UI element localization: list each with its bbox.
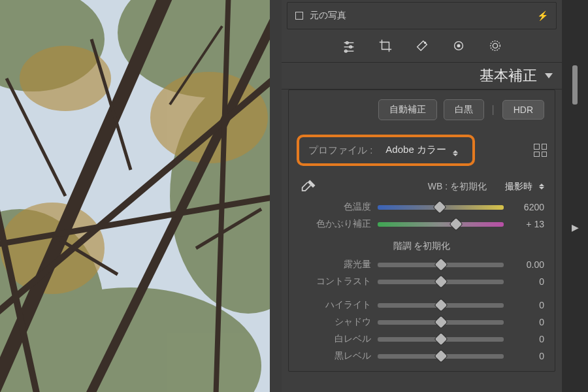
white-slider[interactable] xyxy=(378,333,504,345)
square-icon xyxy=(295,12,303,20)
black-slider[interactable] xyxy=(378,350,504,362)
adjust-icon[interactable] xyxy=(342,39,356,53)
profile-browser-icon[interactable] xyxy=(534,144,547,157)
svg-point-17 xyxy=(457,44,460,47)
tool-strip xyxy=(282,29,562,62)
temp-slider[interactable] xyxy=(378,201,504,213)
auto-button[interactable]: 自動補正 xyxy=(378,99,437,120)
develop-panel: 元の写真 ⚡ 基本補正 自動補正 白黒 | HDR プロファイル xyxy=(282,0,562,392)
original-photo-label: 元の写真 xyxy=(310,10,346,22)
contrast-slider[interactable] xyxy=(378,276,504,287)
bolt-icon: ⚡ xyxy=(537,10,548,21)
wb-preset-dropdown[interactable]: 撮影時 xyxy=(505,181,544,193)
expand-arrow-icon[interactable]: ▶ xyxy=(572,222,579,233)
radial-icon[interactable] xyxy=(488,39,502,53)
panel-divider[interactable] xyxy=(270,0,282,392)
tint-slider[interactable] xyxy=(378,218,504,230)
panel-scrollbar[interactable] xyxy=(572,65,578,105)
basic-panel-title: 基本補正 xyxy=(480,66,537,86)
profile-label: プロファイル : xyxy=(308,144,372,157)
tone-header[interactable]: 階調 を初期化 xyxy=(289,233,555,256)
svg-point-15 xyxy=(424,42,425,43)
slider-temp: 色温度 6200 xyxy=(289,199,555,216)
highlight-slider[interactable] xyxy=(378,299,504,311)
profile-dropdown[interactable]: Adobe カラー xyxy=(385,144,458,157)
slider-contrast: コントラスト 0 xyxy=(289,273,555,290)
slider-highlight: ハイライト 0 xyxy=(289,297,555,314)
original-photo-row[interactable]: 元の写真 ⚡ xyxy=(287,2,557,29)
updown-icon xyxy=(453,150,458,157)
collapse-icon xyxy=(545,73,553,78)
slider-black: 黒レベル 0 xyxy=(289,348,555,365)
profile-highlight: プロファイル : Adobe カラー xyxy=(297,135,475,166)
slider-exposure: 露光量 0.00 xyxy=(289,256,555,273)
temp-value[interactable]: 6200 xyxy=(510,202,544,212)
svg-point-18 xyxy=(490,41,500,51)
crop-icon[interactable] xyxy=(378,39,393,53)
preview-image[interactable] xyxy=(0,0,270,392)
tint-label: 色かぶり補正 xyxy=(299,218,371,230)
right-edge: ▶ xyxy=(562,0,588,392)
svg-point-19 xyxy=(493,43,497,48)
bw-button[interactable]: 白黒 xyxy=(444,99,484,120)
button-separator: | xyxy=(492,104,495,116)
mask-icon[interactable] xyxy=(451,39,466,53)
shadow-slider[interactable] xyxy=(378,316,504,328)
eyedropper-icon[interactable] xyxy=(299,178,318,196)
slider-tint: 色かぶり補正 + 13 xyxy=(289,216,555,233)
wb-label[interactable]: WB : を初期化 xyxy=(428,181,487,193)
temp-label: 色温度 xyxy=(299,201,371,213)
slider-shadow: シャドウ 0 xyxy=(289,314,555,331)
exposure-slider[interactable] xyxy=(378,259,504,270)
slider-white: 白レベル 0 xyxy=(289,331,555,348)
hdr-button[interactable]: HDR xyxy=(502,100,544,120)
tint-value[interactable]: + 13 xyxy=(510,219,544,229)
heal-icon[interactable] xyxy=(415,39,429,53)
basic-panel-header[interactable]: 基本補正 xyxy=(282,62,562,90)
